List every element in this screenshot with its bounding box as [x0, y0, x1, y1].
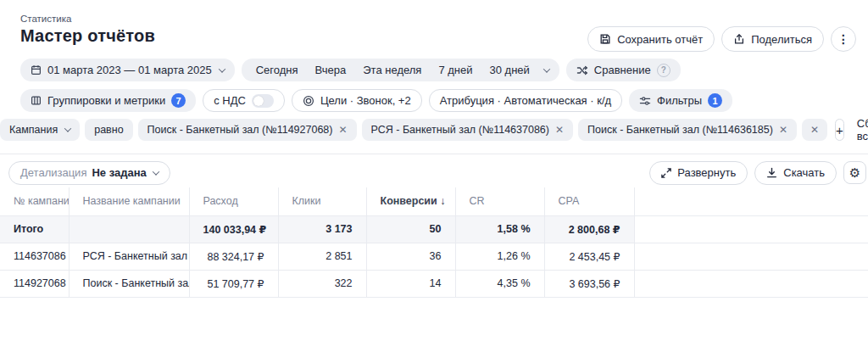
header-actions: Сохранить отчёт Поделиться ⋮	[587, 26, 856, 52]
table-header-row: № кампании Название кампании Расход Клик…	[0, 187, 868, 215]
detalization-dropdown[interactable]: Детализация Не задана	[8, 161, 170, 185]
filter-chip[interactable]: Поиск - Банкетный зал (№114636185) ✕	[578, 119, 797, 141]
comparison-label: Сравнение	[594, 64, 651, 76]
cost-cell: 51 709,77 ₽	[189, 270, 278, 297]
preset-today[interactable]: Сегодня	[252, 64, 303, 76]
vat-label: с НДС	[214, 94, 246, 107]
save-report-label: Сохранить отчёт	[617, 33, 703, 46]
date-presets: Сегодня Вчера Эта неделя 7 дней 30 дней	[242, 59, 559, 81]
total-cpa-cell: 2 800,68 ₽	[544, 215, 634, 243]
kebab-icon: ⋮	[837, 32, 849, 46]
toolbar-right: Развернуть Скачать ⚙	[649, 161, 866, 185]
goals-button[interactable]: Цели · Звонок, +2	[292, 89, 422, 112]
column-header-conversions[interactable]: Конверсии ↓	[366, 187, 455, 215]
cr-cell: 1,26 %	[455, 243, 544, 270]
column-header-cr[interactable]: CR	[455, 187, 544, 215]
sliders-icon	[639, 96, 651, 106]
filter-chip[interactable]: Поиск - Банкетный зал (№114927068) ✕	[138, 119, 357, 141]
clicks-cell: 322	[278, 270, 366, 297]
total-label-cell: Итого	[0, 215, 69, 243]
remove-condition-button[interactable]: ✕	[802, 119, 827, 141]
preset-7-days[interactable]: 7 дней	[434, 64, 476, 76]
download-label: Скачать	[783, 166, 825, 179]
chevron-down-icon	[153, 168, 159, 175]
total-clicks-cell: 3 173	[278, 215, 366, 243]
attribution-button[interactable]: Атрибуция · Автоматическая · к/д	[429, 89, 622, 112]
vat-toggle-pill[interactable]: с НДС	[203, 89, 285, 112]
save-report-button[interactable]: Сохранить отчёт	[587, 26, 715, 52]
goals-label: Цели · Звонок, +2	[320, 94, 411, 107]
download-icon	[766, 167, 777, 178]
cr-cell: 4,35 %	[455, 270, 544, 297]
campaign-name-cell: РСЯ - Банкетный зал	[69, 243, 189, 270]
clicks-cell: 2 851	[278, 243, 366, 270]
cost-cell: 88 324,17 ₽	[189, 243, 278, 270]
compare-icon	[576, 65, 588, 75]
share-label: Поделиться	[751, 33, 812, 46]
target-icon	[303, 95, 314, 107]
gear-icon: ⚙	[849, 165, 860, 181]
table-toolbar: Детализация Не задана Развернуть С	[0, 154, 868, 185]
chevron-down-icon	[543, 65, 550, 72]
table-row: 114637086 РСЯ - Банкетный зал 88 324,17 …	[0, 243, 868, 270]
share-button[interactable]: Поделиться	[721, 26, 824, 52]
calendar-icon	[31, 64, 42, 75]
date-range-value: 01 марта 2023 — 01 марта 2025	[47, 64, 212, 76]
detalization-value: Не задана	[92, 166, 146, 179]
filter-field-dropdown[interactable]: Кампания	[0, 119, 80, 141]
campaign-id-cell: 114927068	[0, 270, 69, 297]
column-header-campaign-id[interactable]: № кампании	[0, 187, 69, 215]
table-row: 114927068 Поиск - Банкетный зал 51 709,7…	[0, 270, 868, 297]
campaign-name-cell: Поиск - Банкетный зал	[69, 270, 189, 297]
sort-desc-icon: ↓	[440, 195, 445, 207]
close-icon[interactable]: ✕	[555, 125, 564, 135]
share-icon	[733, 33, 745, 45]
vat-toggle[interactable]	[252, 94, 274, 108]
table-settings-button[interactable]: ⚙	[843, 161, 866, 184]
comparison-button[interactable]: Сравнение ?	[566, 59, 681, 81]
cpa-cell: 2 453,45 ₽	[544, 243, 634, 270]
report-wizard-page: Статистика Мастер отчётов Сохранить отчё…	[0, 0, 868, 352]
column-header-cpa[interactable]: CPA	[544, 187, 634, 215]
close-icon: ✕	[810, 125, 819, 135]
filters-row-settings: Группировки и метрики 7 с НДС Цели · Зво…	[0, 89, 868, 112]
chevron-down-icon	[64, 125, 71, 131]
empty-cell	[634, 270, 868, 297]
chevron-down-icon	[218, 65, 225, 72]
filter-chip[interactable]: РСЯ - Банкетный зал (№114637086) ✕	[362, 119, 574, 141]
filters-label: Фильтры	[657, 94, 702, 107]
columns-icon	[31, 95, 42, 106]
preset-this-week[interactable]: Эта неделя	[359, 64, 426, 76]
filter-operator[interactable]: равно	[85, 119, 132, 141]
preset-30-days[interactable]: 30 дней	[486, 64, 534, 76]
more-menu-button[interactable]: ⋮	[831, 26, 856, 52]
help-icon[interactable]: ?	[657, 64, 670, 77]
table-total-row: Итого 140 033,94 ₽ 3 173 50 1,58 % 2 800…	[0, 215, 868, 243]
attribution-label: Атрибуция · Автоматическая · к/д	[440, 94, 611, 107]
total-conversions-cell: 50	[366, 215, 455, 243]
filter-condition-row: Кампания равно Поиск - Банкетный зал (№1…	[0, 117, 868, 142]
close-icon[interactable]: ✕	[779, 125, 787, 135]
filter-chip-label: Поиск - Банкетный зал (№114927068)	[147, 124, 333, 136]
clear-all-filters-link[interactable]: Сбросить все	[857, 117, 868, 142]
close-icon[interactable]: ✕	[338, 125, 347, 135]
expand-icon	[661, 168, 671, 178]
statistics-table: № кампании Название кампании Расход Клик…	[0, 187, 868, 298]
preset-yesterday[interactable]: Вчера	[311, 64, 351, 76]
column-header-cost[interactable]: Расход	[189, 187, 278, 215]
filter-field-label: Кампания	[9, 124, 58, 136]
column-header-clicks[interactable]: Клики	[278, 187, 366, 215]
date-range-picker[interactable]: 01 марта 2023 — 01 марта 2025	[20, 59, 235, 81]
save-icon	[599, 33, 611, 45]
filter-operator-label: равно	[94, 124, 123, 136]
download-button[interactable]: Скачать	[754, 161, 837, 185]
filters-count-badge: 1	[708, 93, 722, 108]
add-filter-button[interactable]: +	[835, 119, 844, 141]
detalization-label: Детализация	[20, 166, 86, 179]
filters-button[interactable]: Фильтры 1	[629, 89, 732, 112]
breadcrumb[interactable]: Статистика	[20, 14, 854, 24]
column-header-campaign-name[interactable]: Название кампании	[69, 187, 189, 215]
groupings-metrics-button[interactable]: Группировки и метрики 7	[20, 89, 196, 112]
expand-button[interactable]: Развернуть	[649, 161, 748, 185]
cpa-cell: 3 693,56 ₽	[544, 270, 634, 297]
